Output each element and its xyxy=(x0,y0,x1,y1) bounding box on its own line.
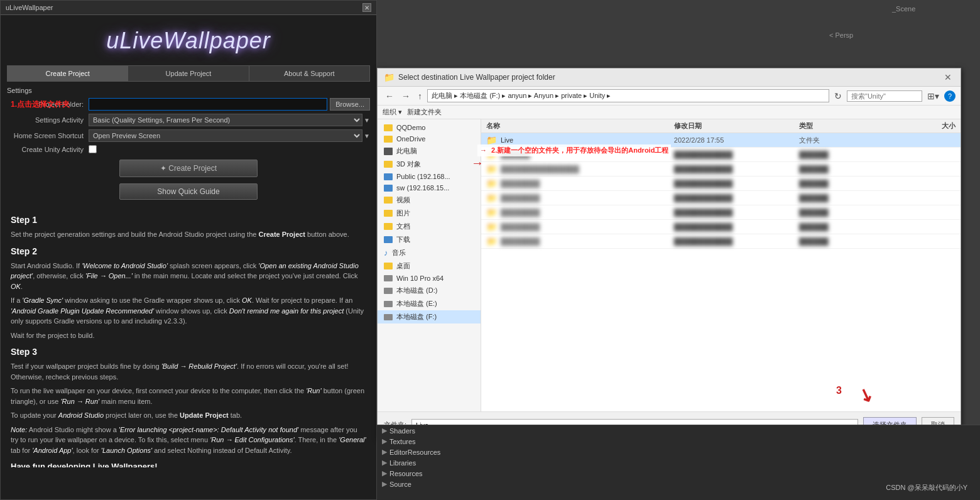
tree-item-textures: ▶ Textures xyxy=(377,436,980,447)
file-row-8[interactable]: 📁 ████████ ████████████ ██████ xyxy=(481,234,961,249)
tree-item-libraries: ▶ Libraries xyxy=(377,457,980,468)
create-project-button[interactable]: ✦ Create Project xyxy=(119,160,258,177)
file-row-5[interactable]: 📁 ████████ ████████████ ██████ xyxy=(481,191,961,205)
drive-icon xyxy=(384,275,393,281)
folder-icon: 📁 xyxy=(486,236,497,246)
dialog-close-button[interactable]: ✕ xyxy=(942,72,954,82)
file-name-live: 📁 Live xyxy=(486,135,674,145)
tree-label-shaders: Shaders xyxy=(389,427,415,435)
folder-icon xyxy=(384,210,393,217)
project-folder-label: Project Folder: xyxy=(7,101,89,108)
home-screen-label: Home Screen Shortcut xyxy=(7,132,89,139)
home-screen-row: Home Screen Shortcut Open Preview Screen… xyxy=(7,129,370,142)
file-type-3: ██████ xyxy=(799,165,893,173)
sidebar-label-music: 音乐 xyxy=(392,248,406,258)
scene-label: _Scene xyxy=(892,5,915,13)
forward-button[interactable]: → xyxy=(399,90,413,102)
unity-activity-checkbox[interactable] xyxy=(89,145,97,153)
sidebar-item-desktop[interactable]: 桌面 xyxy=(378,259,481,273)
file-date-2: ████████████ xyxy=(674,151,799,158)
dialog-title-text: Select destination Live Wallpaper projec… xyxy=(398,73,555,82)
file-row-3[interactable]: 📁 ████████████████ ████████████ ██████ xyxy=(481,162,961,177)
dropdown-arrow2: ▼ xyxy=(364,133,370,139)
step2-text1: Start Android Studio. If 'Welcome to And… xyxy=(11,261,366,292)
view-options-button[interactable]: ⊞▾ xyxy=(925,90,942,102)
file-date-5: ████████████ xyxy=(674,194,799,202)
sidebar-item-this-pc[interactable]: 此电脑 xyxy=(378,144,481,158)
sidebar-item-3d[interactable]: 3D 对象 xyxy=(378,158,481,171)
file-type-6: ██████ xyxy=(799,209,893,216)
sidebar-item-driveD[interactable]: 本地磁盘 (D:) xyxy=(378,284,481,297)
dialog-body: QQDemo OneDrive 此电脑 3D 对象 Public (192.16… xyxy=(378,119,961,411)
sidebar-item-video[interactable]: 视频 xyxy=(378,193,481,207)
file-row-6[interactable]: 📁 ████████ ████████████ ██████ xyxy=(481,205,961,220)
sidebar-item-win10[interactable]: Win 10 Pro x64 xyxy=(378,273,481,284)
sidebar-item-oneDrive[interactable]: OneDrive xyxy=(378,133,481,144)
file-name-8: 📁 ████████ xyxy=(486,236,674,246)
browse-button[interactable]: Browse... xyxy=(330,98,370,111)
file-row-live[interactable]: 📁 Live 2022/2/28 17:55 文件夹 xyxy=(481,133,961,148)
sidebar-item-driveF[interactable]: 本地磁盘 (F:) xyxy=(378,310,481,323)
file-name-5: 📁 ████████ xyxy=(486,193,674,203)
step2-text3: Wait for the project to build. xyxy=(11,330,366,341)
drive-icon xyxy=(384,314,393,320)
back-button[interactable]: ← xyxy=(383,90,396,102)
home-screen-select[interactable]: Open Preview Screen xyxy=(89,129,362,142)
settings-activity-select[interactable]: Basic (Quality Settings, Frames Per Seco… xyxy=(89,114,362,126)
sidebar-item-downloads[interactable]: 下载 xyxy=(378,233,481,246)
pc-icon xyxy=(384,148,393,155)
file-row-2[interactable]: 📁 ██████ ████████████ ██████ xyxy=(481,148,961,162)
tab-update-project[interactable]: Update Project xyxy=(128,66,249,81)
left-panel: uLiveWallpaper ✕ uLiveWallpaper Create P… xyxy=(0,0,377,500)
folder-icon: 📁 xyxy=(486,207,497,217)
music-icon: ♪ xyxy=(384,248,388,258)
csdn-watermark: CSDN @呆呆敲代码的小Y xyxy=(886,483,967,492)
sidebar-item-qqDemo[interactable]: QQDemo xyxy=(378,122,481,133)
tree-arrow: ▶ xyxy=(382,427,387,435)
app-logo: uLiveWallpaper xyxy=(1,15,376,60)
step3-heading: Step 3 xyxy=(11,345,366,359)
file-name-3: 📁 ████████████████ xyxy=(486,164,674,174)
tree-arrow: ▶ xyxy=(382,459,387,467)
file-type-2: ██████ xyxy=(799,151,893,158)
tab-about-support[interactable]: About & Support xyxy=(249,66,369,81)
sidebar-item-driveE[interactable]: 本地磁盘 (E:) xyxy=(378,297,481,310)
tree-label-textures: Textures xyxy=(389,438,416,445)
file-date-3: ████████████ xyxy=(674,165,799,173)
sidebar-item-music[interactable]: ♪ 音乐 xyxy=(378,246,481,259)
close-button[interactable]: ✕ xyxy=(362,3,371,12)
tree-arrow: ▶ xyxy=(382,437,387,445)
persp-label: < Persp xyxy=(829,31,853,39)
col-name-header: 名称 xyxy=(486,121,674,131)
breadcrumb-bar[interactable]: 此电脑 ▸ 本地磁盘 (F:) ▸ anyun ▸ Anyun ▸ privat… xyxy=(427,89,829,102)
folder-icon xyxy=(384,263,393,269)
dialog-toolbar: ← → ↑ 此电脑 ▸ 本地磁盘 (F:) ▸ anyun ▸ Anyun ▸ … xyxy=(378,87,961,106)
file-row-4[interactable]: 📁 ████████ ████████████ ██████ xyxy=(481,177,961,191)
tree-item-resources: ▶ Resources xyxy=(377,468,980,479)
sidebar-label-pictures: 图片 xyxy=(396,209,410,218)
new-folder-button[interactable]: 新建文件夹 xyxy=(407,107,442,117)
unity-activity-row: Create Unity Activity xyxy=(7,145,370,153)
tab-create-project[interactable]: Create Project xyxy=(8,66,128,81)
up-button[interactable]: ↑ xyxy=(415,90,425,102)
settings-activity-row: Settings Activity Basic (Quality Setting… xyxy=(7,114,370,126)
search-input[interactable] xyxy=(847,90,922,102)
show-quick-guide-button[interactable]: Show Quick Guide xyxy=(119,183,258,200)
settings-title: Settings xyxy=(7,87,370,94)
tree-label-resources: Resources xyxy=(389,470,423,477)
file-date-7: ████████████ xyxy=(674,223,799,231)
sidebar-item-pictures[interactable]: 图片 xyxy=(378,207,481,220)
sidebar-item-sw[interactable]: sw (192.168.15... xyxy=(378,182,481,193)
sidebar-label-driveE: 本地磁盘 (E:) xyxy=(396,299,437,308)
col-type-header: 类型 xyxy=(799,121,893,131)
project-folder-input[interactable] xyxy=(89,98,327,111)
help-button[interactable]: ? xyxy=(944,90,956,102)
organize-button[interactable]: 组织 ▾ xyxy=(383,107,402,117)
file-name-6: 📁 ████████ xyxy=(486,207,674,217)
file-row-7[interactable]: 📁 ████████ ████████████ ██████ xyxy=(481,220,961,234)
refresh-button[interactable]: ↻ xyxy=(832,90,844,102)
sidebar-item-public[interactable]: Public (192.168... xyxy=(378,171,481,182)
sidebar-item-docs[interactable]: 文档 xyxy=(378,220,481,233)
net-icon xyxy=(384,173,393,180)
app-title: uLiveWallpaper xyxy=(6,4,53,11)
